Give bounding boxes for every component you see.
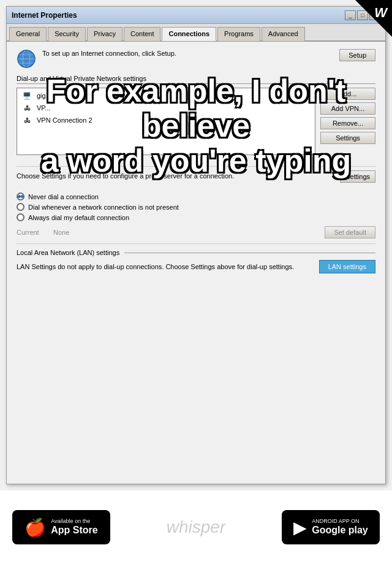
footer: 🍎 Available on the App Store whisper ▶ A… (0, 490, 392, 564)
vpn-side-buttons: Add... Add VPN... Remove... Settings (320, 88, 375, 160)
radio-item-dial[interactable]: Dial whenever a network connection is no… (17, 203, 375, 211)
globe-icon (17, 49, 36, 69)
vpn-list: 🖥️ gig... 🖧 VP... 🖧 VPN Connection 2 (17, 88, 315, 155)
radio-always[interactable] (17, 213, 24, 221)
setup-button[interactable]: Setup (339, 49, 375, 61)
vpn-area: 🖥️ gig... 🖧 VP... 🖧 VPN Connection 2 (17, 88, 375, 160)
google-play-text: ANDROID APP ON Google play (312, 519, 368, 536)
screenshot-area: Internet Properties _ □ × General Securi… (0, 0, 392, 490)
dialog-content: To set up an Internet connection, click … (7, 42, 385, 482)
proxy-settings-button[interactable]: Settings (340, 170, 375, 183)
lan-bottom: LAN Settings do not apply to dial-up con… (17, 260, 375, 273)
add-button[interactable]: Add... (320, 88, 375, 100)
app-store-label: App Store (51, 524, 97, 536)
lan-section: Local Area Network (LAN) settings LAN Se… (17, 243, 375, 273)
vpn-item-name: VP... (37, 104, 50, 112)
radio-never[interactable] (17, 192, 24, 200)
lan-description: LAN Settings do not apply to dial-up con… (17, 262, 319, 272)
radio-item-always[interactable]: Always dial my default connection (17, 213, 375, 221)
tab-advanced[interactable]: Advanced (262, 27, 305, 41)
radio-dial[interactable] (17, 203, 24, 211)
dialup-icon: 🖥️ (21, 91, 33, 101)
setup-description: To set up an Internet connection, click … (42, 49, 339, 58)
dialog-titlebar: Internet Properties _ □ × (7, 7, 385, 24)
radio-section: Never dial a connection Dial whenever a … (17, 192, 375, 221)
apple-icon: 🍎 (24, 517, 46, 538)
available-on-label: Available on the (51, 519, 97, 524)
tab-connections[interactable]: Connections (162, 27, 216, 41)
lan-settings-button[interactable]: LAN settings (319, 260, 375, 273)
add-vpn-button[interactable]: Add VPN... (320, 102, 375, 115)
radio-label-never: Never dial a connection (28, 193, 99, 200)
vpn-icon: 🖧 (21, 103, 33, 113)
watermark-letter: W (374, 5, 387, 21)
proxy-description: Choose Settings if you need to configure… (17, 172, 340, 181)
current-row: Current None Set default (17, 226, 375, 238)
play-icon: ▶ (293, 517, 307, 538)
tab-security[interactable]: Security (48, 27, 86, 41)
vpn-item-name: gig... (37, 92, 51, 99)
maximize-button[interactable]: □ (357, 10, 368, 20)
radio-label-dial: Dial whenever a network connection is no… (28, 204, 179, 211)
tab-privacy[interactable]: Privacy (87, 27, 123, 41)
dialog-title: Internet Properties (12, 11, 345, 20)
app-store-badge[interactable]: 🍎 Available on the App Store (12, 510, 110, 544)
radio-label-always: Always dial my default connection (28, 214, 129, 221)
list-item[interactable]: 🖧 VPN Connection 2 (18, 114, 314, 126)
none-label: None (53, 229, 325, 236)
list-item[interactable]: 🖧 VP... (18, 102, 314, 114)
app-store-text: Available on the App Store (51, 519, 97, 536)
setup-section: To set up an Internet connection, click … (17, 49, 375, 69)
tab-content[interactable]: Content (124, 27, 161, 41)
google-play-label: Google play (312, 524, 368, 536)
tab-general[interactable]: General (9, 27, 47, 41)
vpn-item-name: VPN Connection 2 (37, 116, 92, 124)
vpn-section-header: Dial-up and Virtual Private Network sett… (17, 75, 375, 84)
lan-divider (124, 253, 375, 253)
tab-bar: General Security Privacy Content Connect… (7, 24, 385, 42)
lan-header: Local Area Network (LAN) settings (17, 249, 375, 256)
proxy-section: Choose Settings if you need to configure… (17, 166, 375, 186)
set-default-button[interactable]: Set default (325, 226, 375, 238)
current-label: Current (17, 229, 53, 236)
android-app-label: ANDROID APP ON (312, 519, 368, 524)
tab-programs[interactable]: Programs (217, 27, 260, 41)
minimize-button[interactable]: _ (345, 10, 356, 20)
remove-button[interactable]: Remove... (320, 117, 375, 129)
internet-properties-dialog: Internet Properties _ □ × General Securi… (6, 6, 386, 484)
vpn-icon-2: 🖧 (21, 115, 33, 125)
list-item[interactable]: 🖥️ gig... (18, 90, 314, 102)
lan-section-title: Local Area Network (LAN) settings (17, 249, 119, 256)
vpn-list-container: 🖥️ gig... 🖧 VP... 🖧 VPN Connection 2 (17, 88, 315, 160)
settings-button[interactable]: Settings (320, 132, 375, 144)
whisper-logo: whisper (167, 517, 225, 537)
google-play-badge[interactable]: ▶ ANDROID APP ON Google play (282, 510, 380, 544)
radio-item-never[interactable]: Never dial a connection (17, 192, 375, 200)
